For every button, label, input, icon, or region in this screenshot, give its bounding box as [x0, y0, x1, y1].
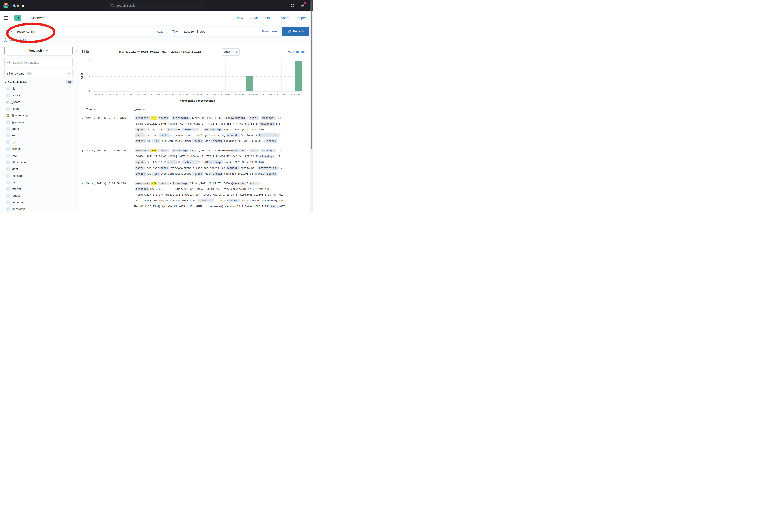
field-item-auth[interactable]: tauth — [4, 132, 79, 139]
field-name-badge: response: — [135, 182, 151, 185]
field-value: "-" — [199, 161, 204, 163]
field-name-badge: @version: — [230, 182, 246, 185]
expand-row-icon[interactable] — [81, 183, 83, 185]
elastic-logo[interactable]: elastic — [3, 3, 25, 8]
field-item-_index[interactable]: t_index — [4, 92, 79, 99]
field-search-input[interactable]: Search field names — [4, 58, 73, 67]
field-item-request[interactable]: trequest — [4, 192, 79, 199]
show-dates-button[interactable]: Show dates — [261, 30, 280, 33]
field-value: like Gecko) Version/14.1 Safari/605.1.15… — [134, 199, 197, 202]
x-gridline — [267, 59, 268, 91]
menu-icon[interactable] — [4, 16, 8, 20]
field-item-ident[interactable]: tident — [4, 165, 79, 173]
string-type-icon: t — [6, 120, 10, 124]
available-fields-header[interactable]: Available fields 20 — [4, 79, 73, 85]
field-name-badge: timestamp: — [172, 149, 189, 152]
nav-save-button[interactable]: Save — [250, 16, 258, 20]
top-menu: NewSaveOpenShareInspect — [237, 16, 313, 20]
field-item-_id[interactable]: t_id — [4, 85, 79, 92]
refresh-button[interactable]: Refresh — [282, 27, 310, 36]
field-name-badge: verb: — [167, 128, 177, 131]
x-tick-label: 16:59:00 — [91, 93, 107, 96]
row-timestamp: Mar 4, 2021 @ 17:13:06.870 — [86, 148, 134, 177]
refresh-icon — [288, 30, 291, 33]
query-language-button[interactable]: KQL — [153, 27, 166, 36]
nav-new-button[interactable]: New — [237, 16, 243, 20]
field-name-badge: clientip: — [198, 199, 214, 202]
field-item-@timestamp[interactable]: @timestamp — [4, 112, 79, 119]
x-gridline — [281, 59, 282, 91]
available-fields-count: 20 — [66, 80, 73, 84]
x-gridline — [113, 59, 113, 91]
query-text[interactable]: response:404 — [14, 30, 153, 33]
search-icon — [111, 4, 114, 7]
field-item-message[interactable]: tmessage — [4, 173, 79, 179]
x-tick-label: 17:10:00 — [245, 93, 261, 96]
field-name: bytes — [11, 141, 19, 144]
saved-query-menu-button[interactable] — [3, 27, 14, 36]
field-name: _id — [11, 87, 15, 90]
index-pattern-name: logstash-* — [29, 49, 44, 52]
field-name-badge: response: — [135, 149, 151, 152]
histogram-bar[interactable] — [295, 61, 302, 91]
field-name-badge: agent: — [228, 199, 240, 202]
news-icon[interactable] — [300, 3, 305, 8]
field-value: _doc — [204, 140, 210, 143]
field-item-path[interactable]: tpath — [4, 179, 79, 186]
string-type-icon: t — [6, 140, 10, 144]
field-item-clientip[interactable]: tclientip — [4, 146, 79, 152]
field-item-timestamp[interactable]: ttimestamp — [4, 206, 79, 213]
global-search-input[interactable]: Search Elastic — [108, 2, 204, 9]
field-name: httpversion — [11, 161, 26, 164]
time-column-header[interactable]: Time — [86, 108, 134, 111]
expand-row-icon[interactable] — [81, 117, 83, 119]
elastic-logo-icon — [3, 3, 9, 8]
field-value: /notfound-2 — [241, 134, 257, 137]
field-name-badge: auth: — [249, 149, 259, 152]
y-tick-label: 1 — [84, 75, 90, 77]
add-filter-button[interactable]: + Add filter — [15, 39, 29, 42]
filter-by-type-count: 0 — [27, 72, 32, 75]
number-type-icon: # — [6, 100, 10, 104]
field-item-response[interactable]: tresponse — [4, 199, 79, 206]
field-value: Mar 4, 2021 @ 17:13:07.876 — [224, 128, 263, 131]
field-item-_score[interactable]: #_score — [4, 99, 79, 105]
histogram-bar[interactable] — [246, 76, 253, 92]
filter-by-type-dropdown[interactable]: Filter by type 0 — [4, 69, 73, 78]
query-input[interactable]: response:404 KQL — [3, 27, 166, 36]
field-item-host[interactable]: thost — [4, 152, 79, 159]
scrollbar-thumb[interactable] — [311, 1, 312, 149]
string-type-icon: t — [6, 147, 10, 151]
index-pattern-selector[interactable]: logstash-* — [4, 46, 73, 55]
discover-app-badge[interactable]: D — [14, 14, 21, 21]
x-tick-label: 17:06:00 — [189, 93, 205, 96]
field-value: [04/Mar/2021:22:13:06 +0000] "GET /notfo… — [134, 122, 259, 125]
field-value: "curl/7.52.1" — [147, 161, 167, 163]
x-axis-line — [92, 91, 302, 92]
field-item-agent[interactable]: tagent — [4, 125, 79, 132]
help-icon[interactable] — [290, 3, 295, 8]
date-picker-menu-button[interactable] — [168, 27, 181, 36]
filter-icon[interactable] — [4, 38, 8, 42]
field-name-badge: timestamp: — [172, 116, 189, 120]
nav-open-button[interactable]: Open — [265, 16, 273, 20]
field-name: _index — [11, 93, 20, 97]
x-tick-label: 17:07:00 — [203, 93, 219, 96]
field-name-badge: verb: — [167, 160, 177, 164]
sort-descending-icon — [93, 109, 95, 110]
field-value: Mar 4, 2021 @ 17:13:06.870 — [224, 161, 263, 163]
time-range-value[interactable]: Last 15 minutes — [181, 30, 205, 33]
nav-inspect-button[interactable]: Inspect — [297, 16, 308, 20]
nav-share-button[interactable]: Share — [281, 16, 289, 20]
field-item-referrer[interactable]: treferrer — [4, 186, 79, 192]
date-picker[interactable]: Last 15 minutes Show dates — [168, 27, 280, 36]
discover-main: 3 hits Mar 4, 2021 @ 16:58:30.112 - Mar … — [79, 44, 313, 213]
expand-row-icon[interactable] — [81, 150, 83, 152]
field-item-httpversion[interactable]: thttpversion — [4, 159, 79, 166]
x-tick-label: 17:09:00 — [231, 93, 247, 96]
field-item-_type[interactable]: t_type — [4, 105, 79, 112]
field-list: t_idt_index#_scoret_type@timestampt@vers… — [4, 85, 79, 213]
field-item-bytes[interactable]: tbytes — [4, 139, 79, 146]
collapse-sidebar-icon[interactable] — [74, 50, 78, 55]
field-item-@version[interactable]: t@version — [4, 119, 79, 125]
